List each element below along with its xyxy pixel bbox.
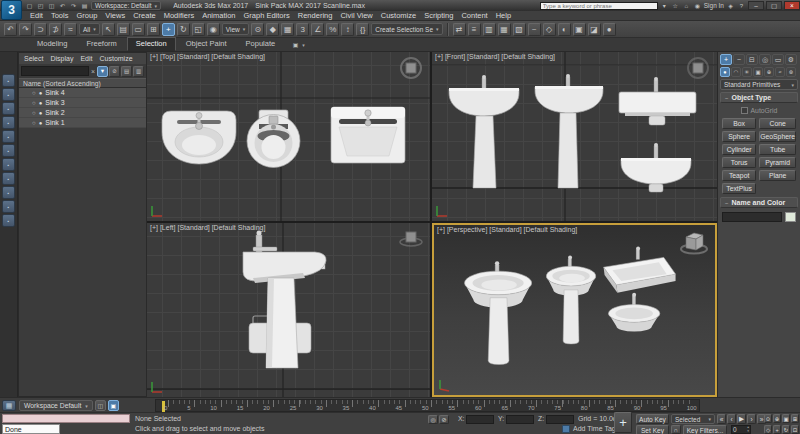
3ds-max-logo-icon[interactable]: 3 — [1, 0, 22, 20]
select-and-manipulate-icon[interactable]: ◆ — [266, 23, 279, 36]
add-time-tag-button[interactable]: Add Time Tag — [573, 425, 616, 432]
maxscript-mini-listener[interactable] — [2, 414, 130, 423]
viewport-front[interactable]: [+] [Front] [Standard] [Default Shading] — [432, 52, 717, 221]
object-type-button[interactable]: Cone — [759, 118, 796, 129]
selection-lock-icon[interactable]: ⊘ — [439, 415, 449, 424]
object-type-button[interactable]: Cylinder — [722, 144, 756, 155]
object-type-button[interactable]: Pyramid — [759, 157, 796, 168]
workspace-dropdown[interactable]: Workspace: Default ▾ — [91, 1, 161, 10]
undo-icon[interactable]: ↶ — [4, 23, 17, 36]
render-setup-icon[interactable]: ▣ — [573, 23, 586, 36]
shapes-icon[interactable]: ◠ — [731, 67, 741, 77]
create-tab-icon[interactable]: + — [720, 54, 732, 65]
home-icon[interactable]: ⌂ — [682, 1, 691, 10]
scene-object-row[interactable]: ○ ● Sink 1 — [19, 118, 146, 128]
sink-model[interactable] — [535, 74, 603, 188]
redo-icon[interactable]: ↷ — [69, 1, 78, 10]
sink-model[interactable] — [546, 255, 595, 343]
name-and-color-rollout[interactable]: − Name and Color — [720, 197, 798, 208]
menu-item[interactable]: Create — [129, 11, 160, 20]
help-icon[interactable]: ? — [737, 1, 746, 10]
ribbon-minimize-control[interactable]: ▣ ▾ — [291, 40, 305, 49]
dock-tab-icon[interactable]: ▪ — [2, 158, 15, 171]
current-frame-field[interactable]: 0 ▴▾ — [731, 425, 751, 434]
communication-center-icon[interactable]: ◈ — [726, 1, 735, 10]
favorites-star-icon[interactable]: ☆ — [671, 1, 680, 10]
workspace-layout-icon[interactable]: ▣ — [108, 400, 119, 411]
menu-item[interactable]: Group — [72, 11, 101, 20]
viewport-top[interactable]: [+] [Top] [Standard] [Default Shading] — [147, 52, 430, 221]
dock-tab-icon[interactable]: ▪ — [2, 214, 15, 227]
select-by-name-icon[interactable]: ▤ — [117, 23, 130, 36]
dock-tab-icon[interactable]: ▪ — [2, 116, 15, 129]
scene-explorer-toggle-icon[interactable]: ▥ — [483, 23, 496, 36]
align-icon[interactable]: ≡ — [468, 23, 481, 36]
time-slider-ruler[interactable]: 0510152025303540455055606570758085909510… — [155, 399, 700, 412]
next-frame-icon[interactable]: › — [747, 414, 756, 424]
viewcube[interactable] — [398, 56, 424, 84]
isolate-selection-icon[interactable]: ◎ — [428, 415, 438, 424]
orbit-icon[interactable]: ↻ — [782, 425, 790, 434]
new-scene-icon[interactable]: ▢ — [25, 1, 34, 10]
sink-model[interactable] — [247, 110, 300, 168]
search-dropdown-icon[interactable]: ▾ — [660, 1, 669, 10]
viewport-top-canvas[interactable] — [147, 52, 430, 221]
menu-item[interactable]: Content — [457, 11, 491, 20]
zoom-icon[interactable]: ⊙ — [764, 414, 772, 423]
menu-item[interactable]: Views — [101, 11, 129, 20]
menu-item[interactable]: Edit — [26, 11, 47, 20]
viewcube[interactable] — [398, 227, 424, 255]
percent-snap-icon[interactable]: % — [326, 23, 339, 36]
default-tangents-icon[interactable]: ∩ — [671, 425, 681, 434]
object-type-button[interactable]: TextPlus — [722, 183, 756, 194]
visibility-icon[interactable]: ○ — [32, 120, 36, 126]
object-color-swatch[interactable] — [785, 212, 796, 222]
viewport-perspective[interactable]: [+] [Perspective] [Standard] [Default Sh… — [432, 223, 717, 397]
mirror-icon[interactable]: ⇄ — [453, 23, 466, 36]
modify-tab-icon[interactable]: ~ — [733, 54, 745, 65]
go-to-start-icon[interactable]: « — [717, 414, 726, 424]
sink-model[interactable] — [619, 77, 696, 125]
tab-populate[interactable]: Populate — [237, 37, 285, 51]
dock-tab-icon[interactable]: ▪ — [2, 74, 15, 87]
keyboard-override-icon[interactable]: ▦ — [281, 23, 294, 36]
menu-item[interactable]: Animation — [198, 11, 239, 20]
clear-search-icon[interactable]: × — [90, 68, 96, 75]
viewport-left-label[interactable]: [+] [Left] [Standard] [Default Shading] — [150, 224, 265, 231]
viewport-front-canvas[interactable] — [432, 52, 717, 221]
spinner-arrows-icon[interactable]: ▴▾ — [747, 426, 749, 433]
layer-explorer-toggle-icon[interactable]: ▦ — [498, 23, 511, 36]
sink-model[interactable] — [162, 111, 236, 164]
utilities-tab-icon[interactable]: ⚙ — [785, 54, 797, 65]
workspace-settings-icon[interactable]: ◫ — [95, 400, 106, 411]
maxscript-listener-output[interactable]: Done — [2, 424, 60, 434]
explorer-menu-item[interactable]: Display — [47, 55, 76, 62]
explorer-menu-item[interactable]: Edit — [77, 55, 95, 62]
spinner-snap-icon[interactable]: ↕ — [341, 23, 354, 36]
select-and-move-icon[interactable]: + — [162, 23, 175, 36]
maximize-button[interactable]: ▢ — [766, 1, 782, 10]
sync-selection-icon[interactable]: ▤ — [121, 66, 132, 77]
curve-editor-icon[interactable]: ~ — [528, 23, 541, 36]
object-type-button[interactable]: Teapot — [722, 170, 756, 181]
named-selection-sets-icon[interactable]: {} — [356, 23, 369, 36]
viewport-left-canvas[interactable] — [147, 223, 430, 397]
snap-toggle-icon[interactable]: 3 — [296, 23, 309, 36]
object-type-button[interactable]: GeoSphere — [759, 131, 796, 142]
key-filters-button[interactable]: Key Filters... — [683, 425, 727, 434]
tab-object-paint[interactable]: Object Paint — [177, 37, 236, 51]
select-and-link-icon[interactable]: ⊃ — [34, 23, 47, 36]
explorer-search-input[interactable] — [21, 66, 89, 76]
visibility-icon[interactable]: ○ — [32, 110, 36, 116]
display-tab-icon[interactable]: ▭ — [772, 54, 784, 65]
sink-model[interactable] — [621, 143, 691, 192]
scene-object-row[interactable]: ○ ● Sink 4 — [19, 88, 146, 98]
y-coordinate-field[interactable] — [506, 415, 534, 424]
explorer-menu-item[interactable]: Select — [21, 55, 46, 62]
bind-to-space-warp-icon[interactable]: ≈ — [64, 23, 77, 36]
use-pivot-center-icon[interactable]: ⊙ — [251, 23, 264, 36]
x-coordinate-field[interactable] — [466, 415, 494, 424]
named-selection-dropdown[interactable]: Create Selection Se ▾ — [371, 23, 442, 35]
dock-tab-icon[interactable]: ▪ — [2, 88, 15, 101]
pick-parent-icon[interactable]: ▥ — [133, 66, 144, 77]
